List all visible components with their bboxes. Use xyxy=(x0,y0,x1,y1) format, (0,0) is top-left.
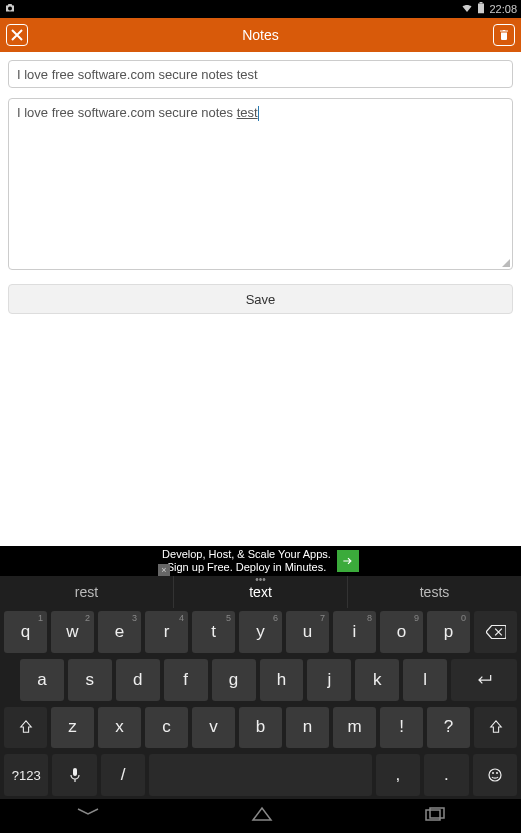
key-a[interactable]: a xyxy=(20,659,64,701)
content-area: I love free software.com secure notes te… xyxy=(0,52,521,546)
svg-point-5 xyxy=(496,772,498,774)
svg-rect-2 xyxy=(73,768,77,776)
nav-home-button[interactable] xyxy=(251,806,273,826)
key-dot[interactable]: . xyxy=(424,754,468,796)
key-s[interactable]: s xyxy=(68,659,112,701)
key-t[interactable]: t5 xyxy=(192,611,235,653)
wifi-icon xyxy=(461,2,473,16)
key-symbols[interactable]: ?123 xyxy=(4,754,48,796)
key-m[interactable]: m xyxy=(333,707,376,749)
key-o[interactable]: o9 xyxy=(380,611,423,653)
key-i[interactable]: i8 xyxy=(333,611,376,653)
key-c[interactable]: c xyxy=(145,707,188,749)
key-y[interactable]: y6 xyxy=(239,611,282,653)
camera-icon xyxy=(4,2,16,16)
close-button[interactable] xyxy=(6,24,28,46)
text-cursor xyxy=(258,106,259,121)
key-slash[interactable]: / xyxy=(101,754,145,796)
key-g[interactable]: g xyxy=(212,659,256,701)
suggestion-center[interactable]: •••text xyxy=(174,576,348,608)
note-title-input[interactable] xyxy=(8,60,513,88)
ellipsis-icon: ••• xyxy=(255,574,266,585)
key-w[interactable]: w2 xyxy=(51,611,94,653)
key-v[interactable]: v xyxy=(192,707,235,749)
android-navbar xyxy=(0,799,521,833)
battery-icon xyxy=(477,2,485,16)
key-row-2: a s d f g h j k l xyxy=(0,656,521,704)
key-mic[interactable] xyxy=(52,754,96,796)
key-h[interactable]: h xyxy=(260,659,304,701)
save-button[interactable]: Save xyxy=(8,284,513,314)
delete-button[interactable] xyxy=(493,24,515,46)
nav-recent-button[interactable] xyxy=(425,807,445,825)
key-comma[interactable]: , xyxy=(376,754,420,796)
key-l[interactable]: l xyxy=(403,659,447,701)
key-question[interactable]: ? xyxy=(427,707,470,749)
status-bar: 22:08 xyxy=(0,0,521,18)
key-n[interactable]: n xyxy=(286,707,329,749)
svg-rect-0 xyxy=(478,4,484,14)
body-text-prefix: I love free software.com secure notes xyxy=(17,105,237,120)
key-q[interactable]: q1 xyxy=(4,611,47,653)
key-row-4: ?123 / , . xyxy=(0,751,521,799)
ad-line1: Develop, Host, & Scale Your Apps. xyxy=(162,548,331,560)
key-u[interactable]: u7 xyxy=(286,611,329,653)
key-z[interactable]: z xyxy=(51,707,94,749)
page-title: Notes xyxy=(28,27,493,43)
resize-handle-icon xyxy=(502,259,510,267)
suggestion-left[interactable]: rest xyxy=(0,576,174,608)
ad-line2: Sign up Free. Deploy in Minutes. xyxy=(167,561,327,573)
key-r[interactable]: r4 xyxy=(145,611,188,653)
svg-point-4 xyxy=(492,772,494,774)
keyboard: rest •••text tests q1 w2 e3 r4 t5 y6 u7 … xyxy=(0,576,521,799)
key-k[interactable]: k xyxy=(355,659,399,701)
key-exclaim[interactable]: ! xyxy=(380,707,423,749)
ad-close-button[interactable]: × xyxy=(158,564,170,576)
key-emoji[interactable] xyxy=(473,754,517,796)
app-header: Notes xyxy=(0,18,521,52)
key-enter[interactable] xyxy=(451,659,517,701)
key-e[interactable]: e3 xyxy=(98,611,141,653)
key-j[interactable]: j xyxy=(307,659,351,701)
key-p[interactable]: p0 xyxy=(427,611,470,653)
key-b[interactable]: b xyxy=(239,707,282,749)
ad-text: Develop, Host, & Scale Your Apps. Sign u… xyxy=(162,548,331,574)
key-d[interactable]: d xyxy=(116,659,160,701)
key-f[interactable]: f xyxy=(164,659,208,701)
key-space[interactable] xyxy=(149,754,371,796)
status-time: 22:08 xyxy=(489,3,517,15)
suggestion-right[interactable]: tests xyxy=(348,576,521,608)
ad-arrow-icon xyxy=(337,550,359,572)
note-body-input[interactable]: I love free software.com secure notes te… xyxy=(8,98,513,270)
key-row-3: z x c v b n m ! ? xyxy=(0,704,521,752)
key-shift-right[interactable] xyxy=(474,707,517,749)
key-shift-left[interactable] xyxy=(4,707,47,749)
nav-back-button[interactable] xyxy=(76,807,100,825)
key-row-1: q1 w2 e3 r4 t5 y6 u7 i8 o9 p0 xyxy=(0,608,521,656)
suggestion-row: rest •••text tests xyxy=(0,576,521,608)
svg-point-3 xyxy=(489,769,501,781)
key-x[interactable]: x xyxy=(98,707,141,749)
key-backspace[interactable] xyxy=(474,611,517,653)
body-text-underlined: test xyxy=(237,105,258,120)
svg-rect-1 xyxy=(480,2,483,4)
ad-banner[interactable]: × Develop, Host, & Scale Your Apps. Sign… xyxy=(0,546,521,576)
